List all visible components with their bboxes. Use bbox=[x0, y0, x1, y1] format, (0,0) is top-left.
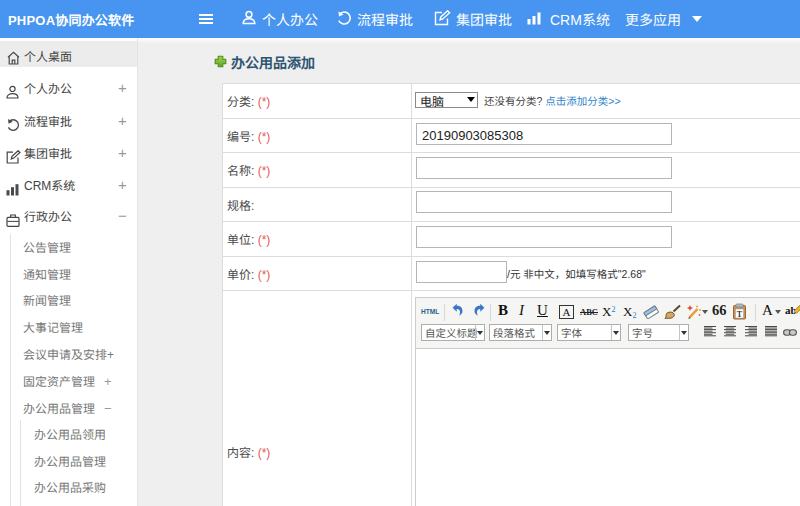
svg-text:T: T bbox=[737, 310, 743, 319]
